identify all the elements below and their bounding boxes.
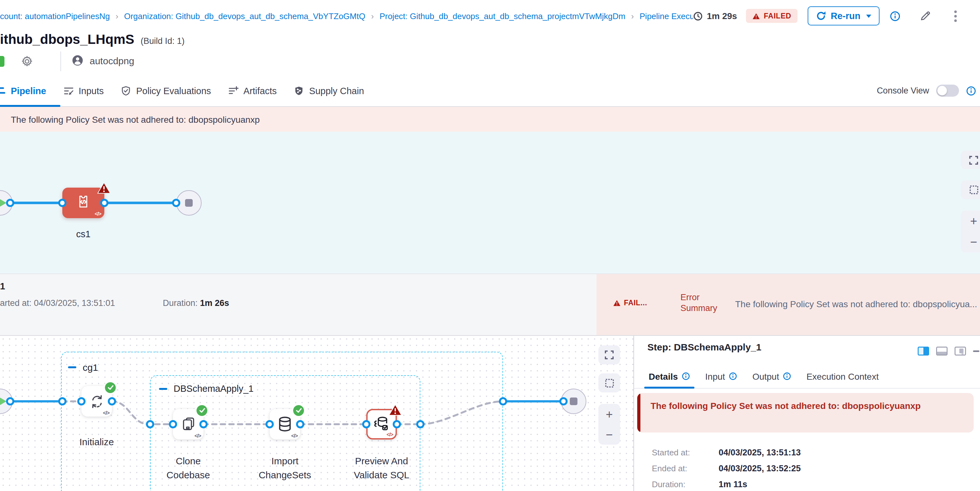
connector-dot[interactable] — [108, 397, 116, 405]
triggered-by: autocdpng — [72, 55, 134, 66]
connector-dot[interactable] — [416, 420, 425, 428]
warning-triangle-icon — [752, 13, 760, 19]
fullscreen-button[interactable] — [961, 151, 980, 169]
gear-icon[interactable] — [19, 53, 34, 69]
connector-dot[interactable] — [499, 397, 507, 405]
zoom-out-button[interactable]: − — [606, 428, 613, 440]
panel-tab-details[interactable]: Details — [649, 364, 690, 388]
stage-fail-status: FAIL... — [613, 299, 647, 307]
breadcrumb-pipeline-executions[interactable]: Pipeline Executions — [640, 11, 694, 21]
success-badge-icon — [103, 381, 117, 394]
zoom-in-button[interactable]: + — [970, 215, 977, 227]
layout-split-bottom-icon[interactable] — [936, 346, 948, 356]
info-icon[interactable] — [729, 372, 737, 380]
play-icon — [0, 397, 6, 406]
connector-dot[interactable] — [362, 420, 371, 428]
step-panel-title: Step: DBSchemaApply_1 — [648, 342, 761, 352]
console-info-icon[interactable] — [966, 86, 976, 96]
connector-dot[interactable] — [266, 420, 274, 428]
panel-tab-output[interactable]: Output — [752, 364, 791, 388]
console-view-toggle[interactable] — [936, 84, 959, 97]
info-icon[interactable] — [682, 372, 690, 380]
shield-check-icon — [121, 86, 131, 96]
console-view-control: Console View — [877, 75, 967, 106]
rerun-button[interactable]: Re-run — [808, 6, 880, 25]
detail-value: 1m 11s — [719, 480, 747, 489]
step-node-initialize[interactable]: </> — [81, 386, 112, 416]
stage-node-cs1[interactable]: </> — [62, 188, 104, 218]
step-node-preview-validate-sql[interactable]: </> — [366, 409, 397, 440]
code-glyph: </> — [103, 410, 110, 416]
tab-inputs[interactable]: Inputs — [63, 86, 103, 96]
connector-dot[interactable] — [6, 199, 14, 207]
warning-triangle-icon — [613, 299, 621, 306]
connector-dot[interactable] — [58, 199, 67, 207]
zoom-controls: + − — [598, 404, 620, 445]
play-icon — [0, 199, 6, 207]
tab-label: Pipeline — [11, 86, 46, 96]
success-badge-icon — [195, 404, 208, 417]
minimize-panel-icon[interactable] — [973, 350, 979, 352]
execution-tabbar: Pipeline Inputs Policy Evaluations Artif… — [0, 75, 980, 107]
code-glyph: </> — [195, 433, 201, 439]
tab-label: Supply Chain — [309, 86, 364, 96]
layout-floating-icon[interactable] — [955, 346, 966, 356]
refresh-icon — [816, 11, 826, 21]
tab-policy-evaluations[interactable]: Policy Evaluations — [121, 86, 211, 96]
selection-tool-button[interactable] — [961, 181, 980, 199]
status-badge: FAILED — [746, 9, 798, 23]
breadcrumb-project[interactable]: Project: Github_db_devops_aut_db_schema_… — [380, 11, 625, 21]
policy-violation-banner: The following Policy Set was not adhered… — [0, 107, 980, 132]
duration-value: 1m 26s — [200, 298, 229, 308]
edit-pipeline-icon[interactable] — [920, 10, 931, 22]
error-summary-label: Error Summary — [681, 292, 729, 313]
pipeline-execution-page: count: automationPipelinesNg › Organizat… — [0, 0, 980, 491]
success-badge-icon — [292, 404, 305, 417]
divider — [60, 51, 61, 71]
more-options-icon[interactable] — [954, 10, 957, 22]
build-id: (Build Id: 1) — [140, 36, 185, 46]
inputs-icon — [63, 86, 73, 96]
failed-badge-icon — [97, 182, 111, 194]
breadcrumb-account[interactable]: count: automationPipelinesNg — [0, 11, 110, 21]
stage-duration: Duration: 1m 26s — [163, 298, 229, 308]
connector-dot[interactable] — [393, 420, 401, 428]
step-label-preview-validate-sql: Preview And Validate SQL — [344, 454, 420, 481]
panel-tab-execution-context[interactable]: Execution Context — [807, 364, 878, 388]
info-icon[interactable] — [783, 372, 791, 380]
step-label-clone-codebase: Clone Codebase — [158, 454, 219, 481]
execution-info-icon[interactable] — [890, 11, 900, 21]
step-label-import-changesets: Import ChangeSets — [251, 454, 318, 481]
connector-dot[interactable] — [559, 397, 568, 405]
step-node-clone-codebase[interactable]: </> — [173, 409, 204, 440]
tab-label: Policy Evaluations — [136, 86, 211, 96]
connector-dot[interactable] — [172, 199, 180, 207]
detail-row-started: Started at: 04/03/2025, 13:51:13 — [652, 448, 690, 457]
panel-tabs: Details Input Output — [634, 364, 980, 389]
selection-tool-button[interactable] — [598, 373, 620, 392]
tab-label: Artifacts — [243, 86, 277, 96]
stage-error-strip: FAIL... Error Summary The following Poli… — [597, 274, 980, 335]
breadcrumb-organization[interactable]: Organization: Github_db_devops_aut_db_sc… — [124, 11, 365, 21]
connector-dot[interactable] — [169, 420, 177, 428]
zoom-in-button[interactable]: + — [606, 408, 613, 420]
connector-dot[interactable] — [6, 397, 14, 405]
panel-tab-input[interactable]: Input — [705, 364, 737, 388]
connector-dot[interactable] — [296, 420, 304, 428]
connector-dot[interactable] — [100, 199, 108, 207]
connector-dot[interactable] — [146, 420, 154, 428]
step-node-import-changesets[interactable]: </> — [270, 409, 300, 440]
layout-split-right-icon[interactable] — [918, 346, 929, 356]
zoom-out-button[interactable]: − — [970, 236, 977, 248]
tab-artifacts[interactable]: Artifacts — [228, 86, 277, 96]
breadcrumb: count: automationPipelinesNg › Organizat… — [0, 11, 694, 21]
tab-supply-chain[interactable]: Supply Chain — [294, 86, 364, 96]
tab-pipeline[interactable]: Pipeline — [0, 86, 46, 96]
connector-dot[interactable] — [77, 397, 86, 405]
connector-dot[interactable] — [58, 397, 67, 405]
status-badge-label: FAILED — [764, 12, 791, 20]
fullscreen-button[interactable] — [598, 345, 620, 364]
connector-dot[interactable] — [199, 420, 208, 428]
panel-tab-label: Execution Context — [807, 371, 878, 381]
stage-started-at: arted at: 04/03/2025, 13:51:01 — [0, 298, 115, 308]
